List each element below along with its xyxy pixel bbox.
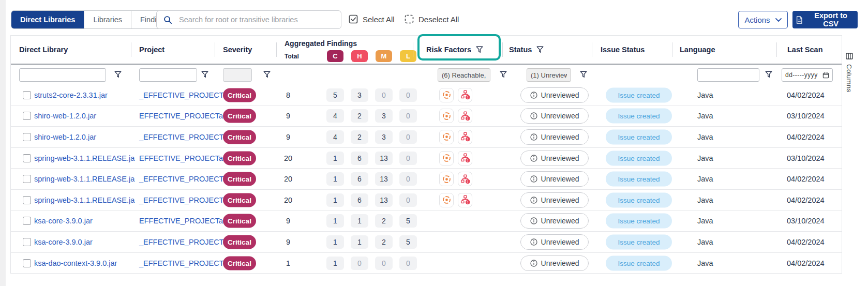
exploitable-hierarchy-alert-icon[interactable] [458,88,472,102]
col-header-issue-status[interactable]: Issue Status [601,36,645,64]
project-link[interactable]: _EFFECTIVE_PROJECTb [139,259,228,267]
col-header-severity[interactable]: Severity [223,36,252,64]
status-pill[interactable]: Unreviewed [520,108,589,124]
library-link[interactable]: struts2-core-2.3.31.jar [34,91,108,99]
col-header-project[interactable]: Project [139,36,164,64]
issue-status-badge[interactable]: Issue created [606,172,672,187]
search-input[interactable] [178,15,334,24]
check-square-icon [349,14,358,24]
reachable-target-icon[interactable] [439,130,454,144]
issue-status-badge[interactable]: Issue created [606,129,672,144]
exploitable-hierarchy-alert-icon[interactable] [458,130,472,144]
status-pill[interactable]: Unreviewed [520,255,589,271]
filter-icon[interactable] [580,71,587,78]
issue-status-badge[interactable]: Issue created [606,234,672,249]
row-checkbox[interactable] [23,154,31,162]
status-pill[interactable]: Unreviewed [520,213,589,229]
issue-status-badge[interactable]: Issue created [606,192,672,207]
language-cell: Java [697,238,713,246]
reachable-target-icon[interactable] [439,88,454,102]
export-label: Export to CSV [807,11,855,28]
column-divider [276,42,277,57]
exploitable-hierarchy-alert-icon[interactable] [458,109,472,123]
columns-panel-toggle[interactable]: Columns [845,53,853,93]
deselect-all-label: Deselect All [418,15,459,24]
library-link[interactable]: ksa-core-3.9.0.jar [34,238,93,246]
exploitable-hierarchy-alert-icon[interactable] [458,151,472,165]
library-link[interactable]: shiro-web-1.2.0.jar [34,112,96,120]
row-checkbox[interactable] [23,175,31,183]
project-link[interactable]: EFFECTIVE_PROJECTa [139,112,223,120]
high-count: 1 [351,235,368,249]
column-divider [502,42,503,57]
row-checkbox[interactable] [23,91,31,99]
issue-status-badge[interactable]: Issue created [606,255,672,270]
severity-filter-input [223,68,252,82]
filter-icon[interactable] [500,71,507,78]
row-checkbox[interactable] [23,196,31,204]
filter-icon[interactable] [201,71,208,78]
row-checkbox[interactable] [23,217,31,225]
direct-library-filter-input[interactable] [19,68,106,82]
status-pill[interactable]: Unreviewed [520,234,589,250]
status-pill[interactable]: Unreviewed [520,171,589,187]
col-header-last-scan[interactable]: Last Scan [787,36,823,64]
total-findings-value: 8 [278,91,298,99]
medium-count: 3 [375,130,393,144]
filter-icon[interactable] [536,46,544,53]
project-filter-input[interactable] [139,68,197,82]
status-pill[interactable]: Unreviewed [520,129,589,145]
project-link[interactable]: _EFFECTIVE_PROJECTb [139,91,228,99]
library-link[interactable]: shiro-web-1.2.0.jar [34,133,96,141]
filter-icon[interactable] [476,46,483,53]
exploitable-hierarchy-alert-icon[interactable] [458,193,472,207]
status-pill[interactable]: Unreviewed [520,150,589,166]
issue-status-badge[interactable]: Issue created [606,109,672,124]
status-pill[interactable]: Unreviewed [520,87,589,103]
col-header-aggregated-findings: Aggregated Findings [285,39,357,48]
risk-factors-filter-input[interactable] [438,68,490,82]
project-link[interactable]: EFFECTIVE_PROJECTa [139,154,223,162]
select-all-button[interactable]: Select All [349,14,395,24]
library-link[interactable]: ksa-dao-context-3.9.0.jar [34,259,117,267]
project-link[interactable]: _EFFECTIVE_PROJECTb [139,133,228,141]
project-link[interactable]: _EFFECTIVE_PROJECTb [139,175,228,183]
issue-status-badge[interactable]: Issue created [606,87,672,102]
row-checkbox[interactable] [23,238,31,246]
reachable-target-icon[interactable] [439,193,454,207]
reachable-target-icon[interactable] [439,109,454,123]
col-header-risk-factors[interactable]: Risk Factors [426,36,483,64]
col-header-status[interactable]: Status [509,36,544,64]
filter-icon[interactable] [765,71,772,78]
language-filter-input[interactable] [697,68,759,82]
issue-status-badge[interactable]: Issue created [606,214,672,229]
project-link[interactable]: _EFFECTIVE_PROJECTb [139,196,228,204]
filter-icon[interactable] [114,71,122,78]
col-header-language[interactable]: Language [680,36,715,64]
library-link[interactable]: spring-web-3.1.1.RELEASE.ja [34,196,134,204]
exploitable-hierarchy-alert-icon[interactable] [458,172,472,186]
last-scan-date-filter[interactable]: dd-----yyyy [782,68,833,82]
status-filter-input[interactable] [527,68,571,82]
status-label: Unreviewed [541,196,579,204]
reachable-target-icon[interactable] [439,151,454,165]
deselect-all-button[interactable]: Deselect All [405,14,459,24]
export-to-csv-button[interactable]: Export to CSV [792,11,858,28]
project-link[interactable]: EFFECTIVE_PROJECTa [139,217,223,225]
library-link[interactable]: spring-web-3.1.1.RELEASE.ja [34,175,134,183]
row-checkbox[interactable] [23,133,31,141]
table-row: ksa-core-3.9.0.jar EFFECTIVE_PROJECTa Cr… [11,211,842,232]
status-pill[interactable]: Unreviewed [520,192,589,208]
actions-button[interactable]: Actions [738,11,788,28]
col-header-direct-library[interactable]: Direct Library [19,36,68,64]
library-link[interactable]: spring-web-3.1.1.RELEASE.ja [34,154,134,162]
row-checkbox[interactable] [23,259,31,267]
tab-libraries[interactable]: Libraries [84,11,131,28]
tab-direct-libraries[interactable]: Direct Libraries [11,11,84,28]
row-checkbox[interactable] [23,112,31,120]
project-link[interactable]: _EFFECTIVE_PROJECTb [139,238,228,246]
filter-icon[interactable] [263,71,271,78]
reachable-target-icon[interactable] [439,172,454,186]
issue-status-badge[interactable]: Issue created [606,150,672,165]
library-link[interactable]: ksa-core-3.9.0.jar [34,217,93,225]
